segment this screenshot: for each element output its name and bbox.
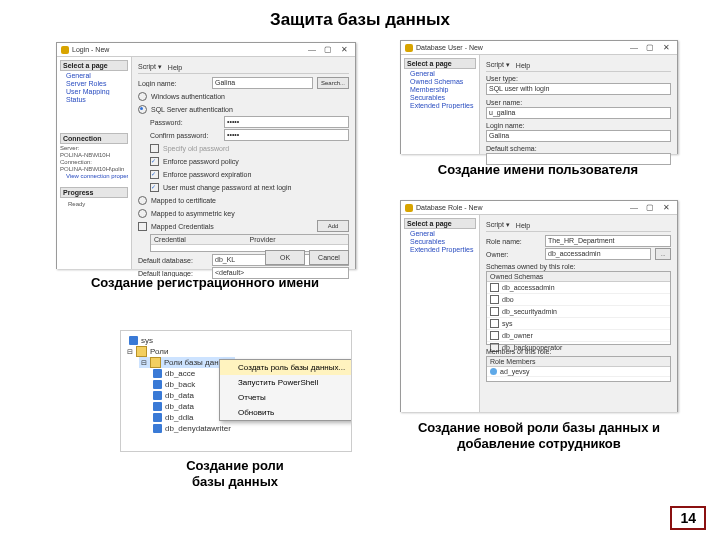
side-extprops[interactable]: Extended Properties — [404, 102, 476, 109]
schema-check[interactable] — [490, 319, 499, 328]
side-general[interactable]: General — [60, 72, 128, 79]
script-dropdown[interactable]: Script ▾ — [486, 221, 510, 229]
minimize-icon[interactable]: — — [627, 43, 641, 53]
role-icon — [153, 369, 162, 378]
rolename-input[interactable]: The_HR_Department — [545, 235, 671, 247]
search-button[interactable]: Search... — [317, 77, 349, 89]
help-button[interactable]: Help — [168, 64, 182, 71]
progress-ready: Ready — [60, 199, 128, 207]
side-membership[interactable]: Membership — [404, 86, 476, 93]
minimize-icon[interactable]: — — [627, 203, 641, 213]
caption-login: Создание регистрационного имени — [56, 275, 354, 291]
login-toolbar: Script ▾ Help — [138, 61, 349, 74]
menu-reports[interactable]: Отчеты▸ — [220, 390, 352, 405]
username-label: User name: — [486, 99, 671, 106]
minimize-icon[interactable]: — — [305, 45, 319, 55]
script-dropdown[interactable]: Script ▾ — [138, 63, 162, 71]
side-general[interactable]: General — [404, 70, 476, 77]
progress-header: Progress — [60, 187, 128, 198]
context-menu: Создать роль базы данных... Запустить Po… — [219, 359, 352, 421]
policy-check[interactable] — [150, 157, 159, 166]
side-header: Select a page — [60, 60, 128, 71]
win-auth-label: Windows authentication — [151, 93, 225, 100]
maximize-icon[interactable]: ▢ — [643, 43, 657, 53]
side-extprops[interactable]: Extended Properties — [404, 246, 476, 253]
side-ownedschemas[interactable]: Owned Schemas — [404, 78, 476, 85]
owner-browse-button[interactable]: ... — [655, 248, 671, 260]
username-input[interactable]: u_galina — [486, 107, 671, 119]
login-main: Script ▾ Help Login name: Galina Search.… — [132, 57, 355, 269]
close-icon[interactable]: ✕ — [659, 43, 673, 53]
server-val: POLINA-NB\M10H — [60, 152, 128, 158]
tree-screenshot: sys ⊟Роли ⊟Роли базы данных db_acce db_b… — [120, 330, 352, 452]
password-label: Password: — [150, 119, 220, 126]
schemas-label: Schemas owned by this role: — [486, 263, 671, 270]
role-icon — [153, 380, 162, 389]
sql-auth-radio[interactable] — [138, 105, 147, 114]
conn-header: Connection — [60, 133, 128, 144]
side-securables[interactable]: Securables — [404, 238, 476, 245]
tree-roles-folder[interactable]: ⊟Роли — [127, 346, 235, 357]
schema-check[interactable] — [490, 331, 499, 340]
win-auth-radio[interactable] — [138, 92, 147, 101]
oldpw-check — [150, 144, 159, 153]
cert-label: Mapped to certificate — [151, 197, 216, 204]
menu-create-role[interactable]: Создать роль базы данных... — [220, 360, 352, 375]
help-button[interactable]: Help — [516, 62, 530, 69]
side-usermapping[interactable]: User Mapping — [60, 88, 128, 95]
dbrole-new-dialog: Database Role - New — ▢ ✕ Select a page … — [400, 200, 678, 412]
menu-refresh[interactable]: Обновить — [220, 405, 352, 420]
credential-col: Credential — [154, 236, 250, 243]
owner-input[interactable]: db_accessadmin — [545, 248, 651, 260]
loginname-input[interactable]: Galina — [486, 130, 671, 142]
mustchange-check[interactable] — [150, 183, 159, 192]
add-button[interactable]: Add — [317, 220, 349, 232]
schema-col-header: Owned Schemas — [487, 272, 670, 282]
loginname-label: Login name: — [138, 80, 208, 87]
menu-powershell[interactable]: Запустить PowerShell — [220, 375, 352, 390]
user-side-header: Select a page — [404, 58, 476, 69]
close-icon[interactable]: ✕ — [337, 45, 351, 55]
side-general[interactable]: General — [404, 230, 476, 237]
close-icon[interactable]: ✕ — [659, 203, 673, 213]
caption-rolectx: Создание роли базы данных — [140, 458, 330, 491]
ok-button[interactable]: OK — [265, 250, 305, 265]
role-titlebar: Database Role - New — ▢ ✕ — [401, 201, 677, 215]
schema-item: db_accessadmin — [502, 284, 555, 291]
cancel-button[interactable]: Cancel — [309, 250, 349, 265]
maximize-icon[interactable]: ▢ — [643, 203, 657, 213]
confirm-label: Confirm password: — [150, 132, 220, 139]
provider-col: Provider — [250, 236, 346, 243]
key-radio[interactable] — [138, 209, 147, 218]
confirm-input[interactable]: ••••• — [224, 129, 349, 141]
schema-label: Default schema: — [486, 145, 671, 152]
side-securables[interactable]: Securables — [404, 94, 476, 101]
role-side-header: Select a page — [404, 218, 476, 229]
role-icon — [153, 391, 162, 400]
role-icon — [153, 413, 162, 422]
key-label: Mapped to asymmetric key — [151, 210, 235, 217]
help-button[interactable]: Help — [516, 222, 530, 229]
schema-check[interactable] — [490, 307, 499, 316]
role-main: Script ▾ Help Role name: The_HR_Departme… — [480, 215, 677, 412]
side-status[interactable]: Status — [60, 96, 128, 103]
schemas-listbox[interactable]: Owned Schemas db_accessadmin dbo db_secu… — [486, 271, 671, 345]
usertype-select[interactable]: SQL user with login — [486, 83, 671, 95]
password-input[interactable]: ••••• — [224, 116, 349, 128]
maximize-icon[interactable]: ▢ — [321, 45, 335, 55]
cert-radio[interactable] — [138, 196, 147, 205]
tree-sys[interactable]: sys — [129, 335, 235, 346]
user-main: Script ▾ Help User type: SQL user with l… — [480, 55, 677, 154]
loginname-input[interactable]: Galina — [212, 77, 313, 89]
schema-check[interactable] — [490, 283, 499, 292]
view-conn-link[interactable]: View connection properties — [60, 173, 128, 179]
script-dropdown[interactable]: Script ▾ — [486, 61, 510, 69]
cred-check[interactable] — [138, 222, 147, 231]
tree-role-item[interactable]: db_denydatawriter — [153, 423, 235, 434]
side-serverroles[interactable]: Server Roles — [60, 80, 128, 87]
schema-item: dbo — [502, 296, 514, 303]
members-listbox[interactable]: Role Members ad_yevsy — [486, 356, 671, 382]
exp-check[interactable] — [150, 170, 159, 179]
caption-user: Создание имени пользователя — [400, 162, 676, 178]
schema-check[interactable] — [490, 295, 499, 304]
